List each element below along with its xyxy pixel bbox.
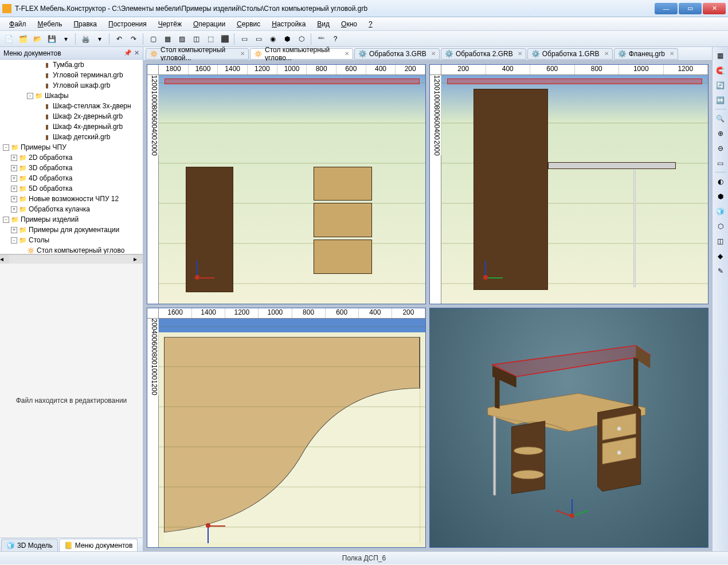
help-button[interactable]: ?	[329, 33, 342, 45]
abc-button[interactable]: ᴬᴮᶜ	[315, 33, 327, 45]
maximize-button[interactable]: ▭	[679, 3, 702, 14]
tree-item[interactable]: ▮Шкаф-стеллаж 3х-дверн	[0, 101, 143, 111]
expand-icon[interactable]: +	[11, 175, 17, 182]
top-view[interactable]: 1600140012001000800600400200 20040060080…	[147, 308, 426, 548]
tab-close-icon[interactable]: ✕	[240, 50, 245, 57]
print-dropdown[interactable]: ▾	[93, 33, 106, 45]
open-button[interactable]: 📂	[31, 33, 44, 45]
undo-button[interactable]: ↶	[113, 33, 126, 45]
menu-файл[interactable]: Файл	[3, 18, 32, 30]
redo-button[interactable]: ↷	[127, 33, 140, 45]
tool-icon[interactable]: ⊕	[714, 127, 727, 140]
tree-item[interactable]: ▮Шкаф детский.grb	[0, 132, 143, 142]
menu-мебель[interactable]: Мебель	[32, 18, 68, 30]
front-view[interactable]: 18001600140012001000800600400200 1200100…	[147, 64, 426, 304]
tool-icon[interactable]: ↔️	[714, 94, 727, 107]
expand-icon[interactable]: +	[11, 186, 17, 192]
scroll-left[interactable]: ◂	[0, 255, 9, 264]
tree-item[interactable]: +📁3D обработка	[0, 163, 143, 172]
document-tab[interactable]: ⚙️Обработка 1.GRB✕	[527, 48, 613, 60]
save-dropdown[interactable]: ▾	[60, 33, 72, 45]
expand-icon[interactable]: -	[11, 237, 17, 244]
document-tab[interactable]: 🔅Стол компьютерный углово...✕	[250, 48, 353, 60]
expand-icon[interactable]: +	[11, 196, 17, 202]
tool-icon[interactable]: ▦	[161, 33, 174, 45]
tree-item[interactable]: -📁Примеры изделий	[0, 215, 143, 224]
tab-close-icon[interactable]: ✕	[518, 50, 522, 57]
tool-icon[interactable]: 🧲	[714, 64, 727, 77]
expand-icon[interactable]: +	[11, 155, 17, 161]
tab-close-icon[interactable]: ✕	[345, 50, 349, 57]
tree-item[interactable]: +📁Новые возможности ЧПУ 12	[0, 194, 143, 203]
print-button[interactable]: 🖨️	[79, 33, 92, 45]
document-tab[interactable]: ⚙️Фланец.grb✕	[614, 48, 678, 60]
tool-icon[interactable]: ◫	[190, 33, 202, 45]
expand-icon[interactable]: +	[11, 165, 17, 171]
scroll-right[interactable]: ▸	[134, 255, 143, 264]
tree-item[interactable]: -📁Шкафы	[0, 91, 143, 100]
expand-icon[interactable]: +	[11, 227, 17, 233]
tab-close-icon[interactable]: ✕	[604, 50, 609, 57]
tool-icon[interactable]: ▢	[147, 33, 159, 45]
panel-close-icon[interactable]: ✕	[134, 49, 139, 57]
menu-настройка[interactable]: Настройка	[266, 18, 311, 30]
menu-чертёж[interactable]: Чертёж	[152, 18, 187, 30]
tree-scrollbar[interactable]: ◂ ▸	[0, 254, 143, 264]
tab-close-icon[interactable]: ✕	[670, 50, 674, 57]
menu-построения[interactable]: Построения	[103, 18, 152, 30]
tree-item[interactable]: -📁Столы	[0, 236, 143, 245]
tree-item[interactable]: 🔅Стол компьютерный углово	[0, 246, 143, 254]
pin-icon[interactable]: 📌	[124, 49, 132, 57]
menu-правка[interactable]: Правка	[68, 18, 103, 30]
tool-icon[interactable]: ⬚	[204, 33, 217, 45]
close-button[interactable]: ✕	[703, 3, 726, 14]
tree-item[interactable]: -📁Примеры ЧПУ	[0, 143, 143, 152]
tool-icon[interactable]: ◉	[267, 33, 279, 45]
side-canvas[interactable]	[441, 75, 708, 304]
3d-view[interactable]	[429, 308, 709, 548]
top-canvas[interactable]	[159, 319, 425, 547]
tab-close-icon[interactable]: ✕	[431, 50, 436, 57]
menu-сервис[interactable]: Сервис	[231, 18, 266, 30]
tree-item[interactable]: +📁4D обработка	[0, 174, 143, 183]
expand-icon[interactable]: -	[3, 217, 9, 223]
expand-icon[interactable]: -	[27, 93, 33, 99]
tool-icon[interactable]: ▦	[714, 49, 727, 62]
tree-item[interactable]: +📁Примеры для документации	[0, 225, 143, 234]
menu-?[interactable]: ?	[363, 18, 378, 30]
tool-icon[interactable]: ▭	[714, 157, 727, 170]
tool-icon[interactable]: ⬡	[295, 33, 308, 45]
tool-icon[interactable]: ⬛	[218, 33, 231, 45]
tool-icon[interactable]: ⊖	[714, 142, 727, 155]
tree-item[interactable]: +📁2D обработка	[0, 153, 143, 162]
tool-icon[interactable]: ▨	[175, 33, 188, 45]
tool-icon[interactable]: ◫	[714, 235, 727, 248]
tree-item[interactable]: ▮Угловой терминал.grb	[0, 70, 143, 80]
tool-icon[interactable]: ◐	[714, 175, 727, 188]
expand-icon[interactable]: +	[11, 206, 17, 213]
tool-icon[interactable]: ▭	[252, 33, 265, 45]
document-tab[interactable]: 🔅Стол компьютерный угловой...✕	[146, 48, 249, 60]
tool-icon[interactable]: ⬢	[714, 190, 727, 203]
panel-tab[interactable]: 📒Меню документов	[59, 539, 138, 551]
tree-item[interactable]: +📁Обработка кулачка	[0, 205, 143, 214]
save-button[interactable]: 💾	[45, 33, 58, 45]
menu-вид[interactable]: Вид	[311, 18, 335, 30]
menu-операции[interactable]: Операции	[187, 18, 231, 30]
tool-icon[interactable]: ◆	[714, 250, 727, 262]
tool-icon[interactable]: 🔄	[714, 79, 727, 92]
document-tab[interactable]: ⚙️Обработка 3.GRB✕	[354, 48, 440, 60]
tree-item[interactable]: ▮Тумба.grb	[0, 60, 143, 69]
expand-icon[interactable]: -	[3, 144, 9, 151]
tree-item[interactable]: +📁5D обработка	[0, 184, 143, 193]
tool-icon[interactable]: ⬡	[714, 220, 727, 233]
document-tree[interactable]: ▮Тумба.grb▮Угловой терминал.grb▮Угловой …	[0, 60, 143, 254]
tool-icon[interactable]: ✎	[714, 265, 727, 277]
tree-item[interactable]: ▮Угловой шкаф.grb	[0, 81, 143, 90]
front-canvas[interactable]	[159, 75, 425, 304]
side-view[interactable]: 20040060080010001200 1200100080060040020…	[429, 64, 709, 304]
minimize-button[interactable]: —	[655, 3, 678, 14]
menu-окно[interactable]: Окно	[335, 18, 363, 30]
tool-icon[interactable]: ▭	[238, 33, 251, 45]
new-file-button[interactable]: 📄	[2, 33, 15, 45]
